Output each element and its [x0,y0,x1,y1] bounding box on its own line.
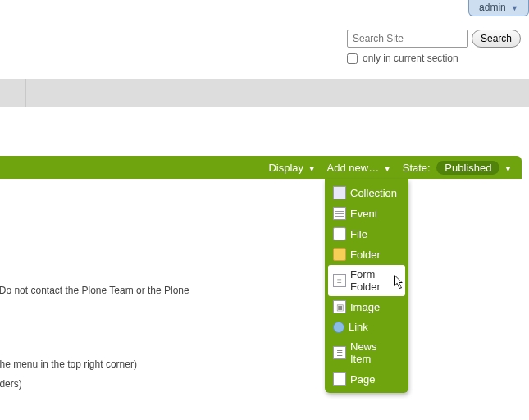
tab-bar [0,79,529,107]
user-menu[interactable]: admin ▼ [468,0,529,16]
search-button[interactable]: Search [472,30,521,48]
menu-label: Event [350,208,377,220]
only-section-label: only in current section [363,52,458,64]
state-prefix: State: [403,162,431,174]
page-title: Plone. [0,238,492,255]
menu-item-collection[interactable]: Collection [328,183,405,203]
tab-bar-segment [0,79,26,107]
state-badge: Published [436,161,499,175]
display-menu[interactable]: Display ▼ [268,162,315,174]
bullet-line: y users and send out password reminders) [0,378,492,390]
search-area: Search only in current section [347,30,521,64]
action-bar: Display ▼ Add new… ▼ State: Published ▼ [0,156,522,179]
state-menu[interactable]: State: Published ▼ [403,161,512,175]
add-new-menu[interactable]: Add new… ▼ [327,162,391,174]
chevron-down-icon: ▼ [504,165,512,173]
user-name: admin [479,2,506,13]
chevron-down-icon: ▼ [384,165,391,173]
event-icon [333,207,346,220]
only-section-checkbox[interactable] [347,53,358,64]
bullet-line: ou should have a Site Setup entry in the… [0,358,492,370]
page-content: Plone. this web site has just installed … [0,238,492,418]
menu-label: Collection [350,187,397,199]
subheading: do the following: [0,329,492,342]
collection-icon [333,186,346,199]
chevron-down-icon: ▼ [511,4,518,12]
menu-item-event[interactable]: Event [328,203,405,223]
chevron-down-icon: ▼ [308,165,316,173]
bullet-line: egistration, password policies, etc) [0,398,492,409]
search-input[interactable] [347,30,468,48]
add-new-label: Add new… [327,162,380,174]
display-label: Display [268,162,303,174]
intro-paragraph: this web site has just installed Plone. … [0,285,492,296]
